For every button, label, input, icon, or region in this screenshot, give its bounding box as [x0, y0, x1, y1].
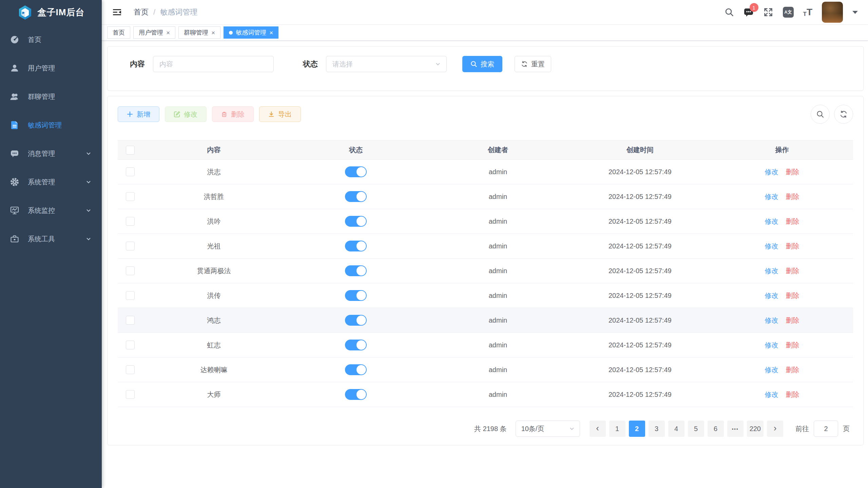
sidebar-item-groups[interactable]: 群聊管理 [0, 82, 102, 111]
tab-close-icon[interactable]: × [211, 29, 215, 36]
table-panel: 新增 修改 删除 导出 [107, 96, 864, 445]
edit-link[interactable]: 修改 [765, 341, 778, 350]
cell-created-at: 2024-12-05 12:57:49 [569, 168, 711, 176]
row-checkbox[interactable] [126, 341, 135, 349]
sidebar-item-system-tools[interactable]: 系统工具 [0, 225, 102, 253]
row-checkbox[interactable] [126, 217, 135, 226]
cell-creator: admin [427, 242, 569, 250]
content-filter-input[interactable] [153, 56, 274, 72]
edit-button[interactable]: 修改 [165, 106, 207, 122]
edit-link[interactable]: 修改 [765, 291, 778, 300]
page-button-4[interactable]: 4 [668, 421, 684, 437]
row-checkbox[interactable] [126, 266, 135, 275]
cell-creator: admin [427, 317, 569, 324]
sidebar-item-home[interactable]: 首页 [0, 25, 102, 54]
edit-link[interactable]: 修改 [765, 217, 778, 226]
edit-link[interactable]: 修改 [765, 316, 778, 325]
page-button-6[interactable]: 6 [708, 421, 724, 437]
page-button-last[interactable]: 220 [747, 421, 764, 437]
user-menu-caret-icon[interactable] [852, 11, 858, 14]
goto-page-input[interactable] [814, 421, 838, 437]
prev-page-button[interactable]: ‹ [590, 421, 606, 437]
goto-label: 前往 [795, 424, 809, 433]
status-toggle[interactable] [345, 340, 367, 350]
tab-group-mgmt[interactable]: 群聊管理 × [178, 26, 220, 39]
pagination: 共 2198 条 10条/页 ‹ 1 2 3 4 5 6 ••• 220 [118, 421, 853, 437]
toggle-knob [356, 390, 366, 399]
tab-user-mgmt[interactable]: 用户管理 × [133, 26, 175, 39]
delete-link[interactable]: 删除 [786, 242, 799, 251]
sidebar-item-system-mgmt[interactable]: 系统管理 [0, 168, 102, 196]
sidebar-item-messages[interactable]: 消息管理 [0, 139, 102, 168]
status-toggle[interactable] [345, 290, 367, 301]
page-button-2[interactable]: 2 [629, 421, 645, 437]
delete-link[interactable]: 删除 [786, 192, 799, 201]
status-toggle[interactable] [345, 166, 367, 177]
sidebar-fold-icon[interactable] [112, 7, 122, 17]
select-all-checkbox[interactable] [126, 146, 135, 155]
column-header-content: 内容 [143, 145, 285, 155]
status-toggle[interactable] [345, 216, 367, 227]
row-checkbox[interactable] [126, 242, 135, 250]
table-row: 贯通两极法 admin 2024-12-05 12:57:49 修改 删除 [118, 259, 853, 283]
edit-link[interactable]: 修改 [765, 266, 778, 276]
font-size-icon[interactable]: TT [803, 7, 813, 17]
search-button[interactable]: 搜索 [462, 56, 502, 72]
next-page-button[interactable]: › [767, 421, 783, 437]
reset-button[interactable]: 重置 [515, 56, 551, 72]
delete-link[interactable]: 删除 [786, 365, 799, 374]
page-button-1[interactable]: 1 [609, 421, 625, 437]
add-button[interactable]: 新增 [118, 106, 159, 122]
edit-link[interactable]: 修改 [765, 167, 778, 177]
edit-link[interactable]: 修改 [765, 390, 778, 399]
delete-link[interactable]: 删除 [786, 167, 799, 177]
row-checkbox[interactable] [126, 192, 135, 201]
language-switch-icon[interactable]: A文 [783, 7, 794, 18]
delete-link[interactable]: 删除 [786, 316, 799, 325]
delete-link[interactable]: 删除 [786, 217, 799, 226]
row-checkbox[interactable] [126, 316, 135, 325]
fullscreen-icon[interactable] [763, 7, 773, 17]
tab-close-icon[interactable]: × [166, 29, 170, 36]
status-toggle[interactable] [345, 364, 367, 375]
edit-link[interactable]: 修改 [765, 242, 778, 251]
row-checkbox[interactable] [126, 365, 135, 374]
page-button-5[interactable]: 5 [688, 421, 704, 437]
message-notification-icon[interactable]: 1 [744, 7, 754, 17]
sidebar-item-users[interactable]: 用户管理 [0, 54, 102, 82]
tab-home[interactable]: 首页 [107, 26, 130, 39]
edit-link[interactable]: 修改 [765, 192, 778, 201]
tab-close-icon[interactable]: × [269, 29, 273, 36]
user-avatar[interactable] [822, 2, 843, 23]
search-icon[interactable] [725, 7, 734, 17]
tab-sensitive-words[interactable]: 敏感词管理 × [224, 26, 278, 39]
page-size-value: 10条/页 [521, 424, 544, 433]
breadcrumb-home[interactable]: 首页 [134, 7, 149, 17]
status-toggle[interactable] [345, 191, 367, 202]
add-button-label: 新增 [137, 110, 150, 119]
delete-button[interactable]: 删除 [212, 106, 254, 122]
status-filter-select[interactable]: 请选择 [326, 56, 447, 72]
export-button[interactable]: 导出 [259, 106, 301, 122]
delete-link[interactable]: 删除 [786, 390, 799, 399]
row-checkbox[interactable] [126, 291, 135, 300]
page-size-select[interactable]: 10条/页 [516, 421, 580, 437]
row-checkbox[interactable] [126, 167, 135, 176]
page-button-3[interactable]: 3 [649, 421, 665, 437]
sidebar-item-system-monitor[interactable]: 系统监控 [0, 196, 102, 225]
show-search-toggle-button[interactable] [811, 105, 830, 124]
refresh-button[interactable] [834, 105, 853, 124]
delete-link[interactable]: 删除 [786, 341, 799, 350]
font-size-large-t: T [807, 7, 812, 17]
status-toggle[interactable] [345, 241, 367, 251]
edit-link[interactable]: 修改 [765, 365, 778, 374]
status-toggle[interactable] [345, 389, 367, 400]
more-pages-button[interactable]: ••• [727, 421, 744, 437]
sidebar-item-sensitive-words[interactable]: 敏感词管理 [0, 111, 102, 139]
row-checkbox[interactable] [126, 390, 135, 399]
delete-link[interactable]: 删除 [786, 266, 799, 276]
status-toggle[interactable] [345, 265, 367, 276]
delete-link[interactable]: 删除 [786, 291, 799, 300]
dashboard-icon [10, 35, 19, 44]
status-toggle[interactable] [345, 315, 367, 326]
